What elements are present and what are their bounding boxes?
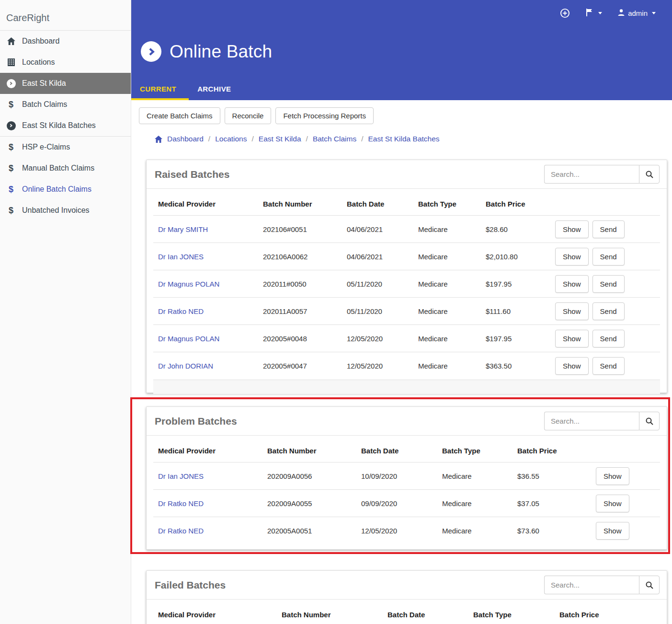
batch-type-cell: Medicare (413, 298, 481, 325)
provider-link[interactable]: Dr Magnus POLAN (158, 280, 219, 288)
provider-link[interactable]: Dr Ratko NED (158, 307, 204, 315)
sidebar-item-label: Manual Batch Claims (22, 164, 131, 173)
batch-date-cell: 12/05/2020 (356, 517, 437, 544)
batch-type-cell: Medicare (413, 243, 481, 270)
add-button[interactable] (560, 8, 570, 18)
sidebar-item-label: Batch Claims (22, 100, 131, 109)
dollar-icon: $ (0, 206, 22, 216)
sidebar-item-locations[interactable]: Locations (0, 52, 131, 73)
column-header-actions (591, 436, 660, 462)
create-batch-claims-button[interactable]: Create Batch Claims (139, 107, 220, 124)
table-footer-strip (153, 380, 660, 394)
provider-link[interactable]: Dr Mary SMITH (158, 225, 208, 233)
column-header-batch-number: Batch Number (258, 189, 342, 216)
breadcrumb-link-east-st-kilda[interactable]: East St Kilda (259, 135, 301, 143)
show-button[interactable]: Show (555, 220, 589, 238)
show-button[interactable]: Show (596, 495, 629, 512)
sidebar-item-unbatched-invoices[interactable]: $ Unbatched Invoices (0, 200, 131, 221)
batch-price-cell: $2,010.80 (481, 243, 550, 270)
send-button[interactable]: Send (592, 330, 625, 347)
breadcrumb-separator: / (361, 135, 363, 143)
actions-cell: ShowSend (550, 270, 660, 298)
user-menu-button[interactable]: admin (617, 9, 656, 18)
send-button[interactable]: Send (592, 302, 625, 320)
show-button[interactable]: Show (555, 330, 589, 347)
sidebar-item-dashboard[interactable]: Dashboard (0, 31, 131, 52)
sidebar-item-east-st-kilda-batches[interactable]: East St Kilda Batches (0, 115, 131, 136)
provider-cell: Dr Ratko NED (153, 517, 262, 544)
topbar: admin (560, 8, 656, 18)
sidebar-item-label: HSP e-Claims (22, 143, 131, 151)
provider-link[interactable]: Dr Ratko NED (158, 527, 204, 535)
sidebar-item-label: East St Kilda Batches (22, 121, 131, 130)
provider-link[interactable]: Dr Ian JONES (158, 472, 204, 480)
reconcile-button[interactable]: Reconcile (225, 107, 272, 124)
flag-icon (585, 8, 594, 18)
problem-batches-panel: Problem Batches Medical Provider Batch N… (146, 406, 667, 550)
page-title-text: Online Batch (170, 42, 272, 62)
tab-archive[interactable]: ARCHIVE (189, 78, 243, 100)
breadcrumb-separator: / (208, 135, 210, 143)
table-row: Dr Ian JONES202106A006204/06/2021Medicar… (153, 243, 660, 270)
batch-date-cell: 09/09/2020 (356, 490, 437, 517)
sidebar-item-manual-batch-claims[interactable]: $ Manual Batch Claims (0, 158, 131, 179)
batch-number-cell: 202009A0055 (262, 490, 356, 517)
breadcrumb-link-batch-claims[interactable]: Batch Claims (313, 135, 356, 143)
send-button[interactable]: Send (592, 220, 625, 238)
show-button[interactable]: Show (555, 357, 589, 375)
building-icon (0, 58, 22, 66)
dollar-icon: $ (0, 185, 22, 195)
batch-number-cell: 202009A0056 (262, 462, 356, 490)
actions-cell: ShowSend (550, 216, 660, 243)
sidebar-item-label: Locations (22, 58, 131, 67)
show-button[interactable]: Show (555, 275, 589, 293)
search-button[interactable] (639, 165, 660, 184)
provider-cell: Dr Mary SMITH (153, 216, 258, 243)
show-button[interactable]: Show (596, 522, 629, 540)
search-group (544, 576, 660, 594)
actions-cell: ShowSend (550, 325, 660, 352)
sidebar-item-online-batch-claims[interactable]: $ Online Batch Claims (0, 179, 131, 200)
sidebar-item-hsp-e-claims[interactable]: $ HSP e-Claims (0, 137, 131, 158)
sidebar-item-east-st-kilda[interactable]: East St Kilda (0, 73, 131, 94)
batch-date-cell: 10/09/2020 (356, 462, 437, 490)
column-header-batch-price: Batch Price (513, 436, 591, 462)
provider-link[interactable]: Dr Magnus POLAN (158, 335, 219, 343)
breadcrumb-link-locations[interactable]: Locations (215, 135, 247, 143)
breadcrumb-link-east-st-kilda-batches[interactable]: East St Kilda Batches (368, 135, 440, 143)
search-button[interactable] (639, 412, 660, 430)
table-row: Dr Ratko NED202009A005509/09/2020Medicar… (153, 490, 660, 517)
column-header-batch-date: Batch Date (383, 600, 468, 624)
show-button[interactable]: Show (555, 248, 589, 266)
fetch-processing-reports-button[interactable]: Fetch Processing Reports (275, 107, 374, 124)
send-button[interactable]: Send (592, 248, 625, 266)
flag-menu-button[interactable] (585, 8, 602, 18)
search-input[interactable] (544, 165, 639, 184)
table-row: Dr Mary SMITH202106#005104/06/2021Medica… (153, 216, 660, 243)
show-button[interactable]: Show (555, 302, 589, 320)
batch-date-cell: 04/06/2021 (342, 216, 413, 243)
search-input[interactable] (544, 576, 639, 594)
user-icon (617, 9, 625, 18)
batch-number-cell: 202106#0051 (258, 216, 342, 243)
search-input[interactable] (544, 412, 639, 430)
send-button[interactable]: Send (592, 275, 625, 293)
provider-link[interactable]: Dr John DORIAN (158, 362, 213, 370)
main-content: Create Batch Claims Reconcile Fetch Proc… (131, 100, 672, 624)
provider-link[interactable]: Dr Ian JONES (158, 253, 204, 261)
column-header-batch-number: Batch Number (262, 436, 356, 462)
breadcrumb-link-dashboard[interactable]: Dashboard (167, 135, 204, 143)
send-button[interactable]: Send (592, 357, 625, 375)
provider-link[interactable]: Dr Ratko NED (158, 499, 204, 508)
tab-current[interactable]: CURRENT (131, 78, 189, 100)
search-button[interactable] (639, 576, 660, 594)
show-button[interactable]: Show (596, 467, 629, 485)
action-toolbar: Create Batch Claims Reconcile Fetch Proc… (139, 107, 374, 124)
provider-cell: Dr John DORIAN (153, 352, 258, 380)
sidebar-item-batch-claims[interactable]: $ Batch Claims (0, 94, 131, 115)
home-icon (0, 37, 22, 45)
table-row: Dr Magnus POLAN202005#004812/05/2020Medi… (153, 325, 660, 352)
batch-type-cell: Medicare (413, 352, 481, 380)
column-header-batch-date: Batch Date (356, 436, 437, 462)
batch-price-cell: $28.60 (481, 216, 550, 243)
